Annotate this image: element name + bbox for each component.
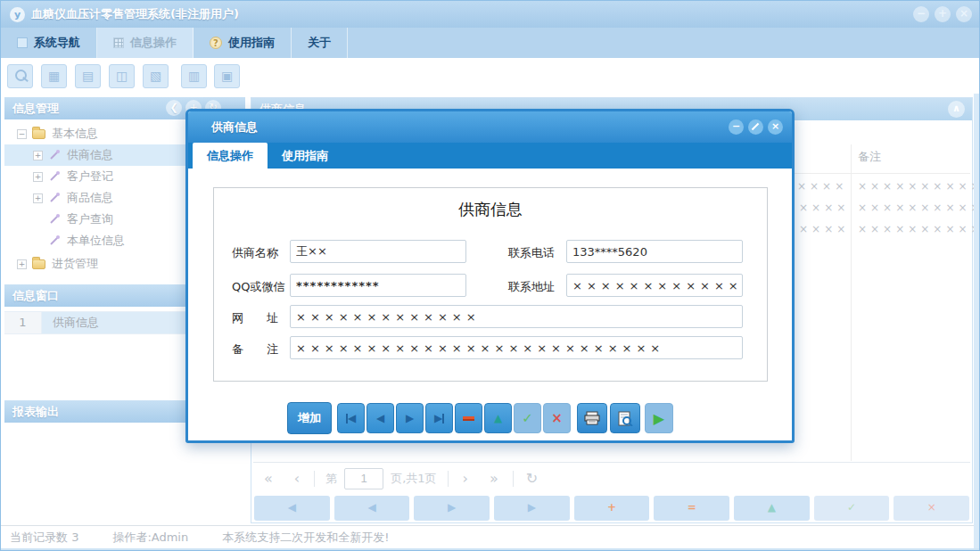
dialog-tab-user-guide[interactable]: 使用指南 (268, 143, 342, 169)
menu-about[interactable]: 关于 (292, 28, 348, 58)
modify-record-button[interactable]: = (654, 496, 729, 521)
document-icon[interactable]: ▤ (75, 64, 101, 88)
help-icon: ? (210, 37, 222, 49)
delete-record-button[interactable] (455, 403, 482, 433)
tree-toggle-icon[interactable]: + (33, 151, 43, 160)
search-document-icon[interactable] (7, 64, 33, 88)
first-record-button[interactable]: ◀ (254, 496, 330, 521)
qq-wechat-input[interactable] (290, 274, 466, 297)
app-window: y 血糖仪血压计零售管理系统(非注册用户) − + × 系统导航 信息操作 ? … (0, 0, 980, 551)
website-input[interactable] (290, 305, 743, 328)
window-right-border (974, 94, 980, 548)
status-message: 本系统支持二次开发和全新开发! (222, 530, 389, 546)
bar-icon (442, 414, 444, 424)
tree-toggle-icon[interactable]: + (33, 193, 43, 203)
first-page-button[interactable]: « (253, 470, 284, 487)
next-record-button[interactable]: ▶ (396, 403, 424, 433)
table-cell: ××××× (786, 223, 849, 235)
prev-page-button[interactable]: ‹ (284, 470, 310, 487)
phone-input[interactable] (566, 240, 743, 263)
wand-icon (48, 213, 61, 226)
remark-label: 备 注 (232, 341, 278, 358)
dialog-close-button[interactable]: × (768, 119, 783, 135)
refresh-icon[interactable]: ↻ (517, 470, 547, 487)
divider (513, 471, 514, 487)
last-page-button[interactable]: » (479, 470, 509, 487)
last-record-button[interactable]: ▶ (494, 496, 570, 521)
last-icon: ▶ (434, 413, 442, 424)
prev-record-button[interactable]: ◀ (334, 496, 410, 521)
grid-column-divider (851, 144, 852, 461)
tree-label: 商品信息 (67, 190, 113, 206)
next-record-button[interactable]: ▶ (414, 496, 490, 521)
add-record-icon[interactable]: ▥ (181, 64, 207, 88)
tree-toggle-icon[interactable]: + (33, 172, 43, 182)
edit-record-button[interactable]: ▲ (734, 496, 810, 521)
menu-bar: 系统导航 信息操作 ? 使用指南 关于 (1, 28, 980, 58)
commit-button[interactable]: ✓ (814, 496, 890, 521)
menu-user-guide[interactable]: ? 使用指南 (194, 28, 292, 58)
next-icon: ▶ (406, 413, 414, 424)
menu-label: 系统导航 (34, 35, 80, 51)
add-button[interactable]: 增加 (287, 402, 332, 434)
prev-record-button[interactable]: ◀ (366, 403, 394, 433)
menu-info-operate[interactable]: 信息操作 (97, 28, 194, 58)
edit-record-button[interactable]: ▲ (484, 403, 512, 433)
column-header-remark[interactable]: 备注 (858, 149, 881, 165)
prev-icon: ◀ (376, 413, 384, 424)
cancel-button[interactable]: × (543, 403, 571, 433)
info-window-index: 1 (4, 312, 42, 333)
dialog-header[interactable]: 供商信息 − × (188, 111, 792, 143)
dialog-restore-button[interactable] (748, 119, 763, 135)
tree-toggle-icon[interactable]: + (17, 259, 27, 269)
first-record-button[interactable]: ◀ (337, 403, 365, 433)
minimize-button[interactable]: − (913, 6, 929, 22)
divider (448, 471, 449, 487)
next-page-button[interactable]: › (452, 470, 479, 487)
supplier-name-label: 供商名称 (232, 245, 278, 261)
divider (314, 471, 315, 487)
printer-icon (584, 411, 600, 425)
customer-report-icon[interactable]: ◫ (109, 64, 135, 88)
commit-button[interactable]: ✓ (514, 403, 541, 433)
window-report-icon[interactable]: ▧ (143, 64, 169, 88)
run-button[interactable]: ▶ (645, 403, 673, 433)
remark-input[interactable] (290, 336, 743, 359)
back-icon[interactable]: ❮ (166, 100, 182, 116)
phone-label: 联系电话 (508, 245, 555, 261)
app-logo-icon: y (10, 7, 25, 22)
print-preview-button[interactable] (610, 403, 640, 433)
address-label: 联系地址 (508, 279, 555, 295)
dialog-tab-info-operate[interactable]: 信息操作 (193, 143, 268, 169)
dialog-minimize-button[interactable]: − (729, 119, 744, 135)
print-preview-icon (617, 411, 633, 426)
close-button[interactable]: × (956, 6, 972, 22)
maximize-button[interactable]: + (935, 6, 951, 22)
table-cell: ×××× (797, 180, 847, 193)
collapse-panel-icon[interactable]: ∧ (948, 101, 965, 118)
sidebar-header-label: 信息窗口 (12, 289, 59, 302)
supplier-name-input[interactable] (290, 240, 466, 263)
table-cell: ×××××××××× (858, 201, 980, 214)
table-view-icon[interactable]: ▦ (41, 64, 67, 88)
tree-label: 客户查询 (67, 211, 113, 227)
address-input[interactable] (566, 274, 743, 297)
tree-toggle-icon[interactable]: − (17, 129, 27, 139)
printer-icon[interactable]: ▣ (214, 64, 240, 88)
add-record-button[interactable]: + (574, 496, 650, 521)
table-cell: ×××××××××× (858, 180, 980, 193)
dialog-body: 供商信息 供商名称 联系电话 QQ或微信 联系地址 网 址 备 注 增加 ◀ ◀… (188, 169, 792, 440)
last-record-button[interactable]: ▶ (425, 403, 453, 433)
x-icon: × (551, 410, 563, 426)
dialog-button-row: 增加 ◀ ◀ ▶ ▶ ▲ ✓ × ▶ (188, 400, 792, 436)
page-label-suffix: 页,共1页 (391, 471, 436, 487)
grid-icon (113, 37, 124, 48)
edit-icon: ▲ (494, 412, 502, 424)
menu-system-nav[interactable]: 系统导航 (1, 28, 97, 58)
cancel-button[interactable]: × (894, 496, 969, 521)
print-button[interactable] (577, 403, 607, 433)
page-number-input[interactable] (344, 468, 383, 489)
tree-label: 供商信息 (67, 147, 113, 163)
main-toolbar: ▦ ▤ ◫ ▧ ▥ ▣ (1, 58, 980, 94)
record-toolbar-disabled: ◀ ◀ ▶ ▶ + = ▲ ✓ × (253, 494, 970, 522)
